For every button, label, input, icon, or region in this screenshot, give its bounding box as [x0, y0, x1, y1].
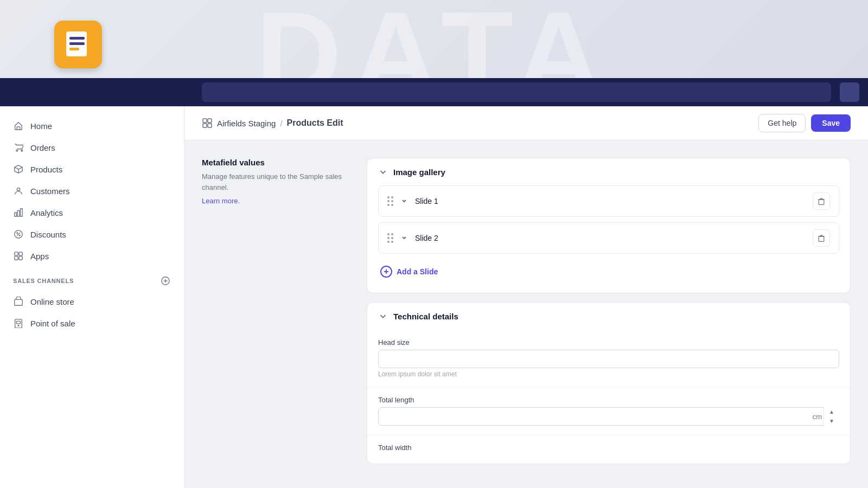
sidebar-item-discounts[interactable]: Discounts — [0, 223, 184, 245]
home-icon — [13, 120, 24, 131]
svg-rect-11 — [21, 209, 23, 216]
svg-rect-23 — [15, 299, 22, 305]
sidebar-item-products-label: Products — [30, 165, 62, 174]
top-nav-avatar[interactable] — [840, 82, 859, 102]
svg-rect-31 — [819, 200, 824, 205]
sidebar-item-discounts-label: Discounts — [30, 230, 66, 239]
svg-rect-10 — [17, 210, 20, 216]
svg-point-25 — [18, 325, 19, 326]
svg-rect-16 — [15, 252, 18, 255]
sidebar-item-online-store[interactable]: Online store — [0, 291, 184, 312]
technical-details-header[interactable]: Technical details — [367, 303, 850, 330]
total-length-spinner: ▲ ▼ — [824, 407, 839, 426]
slide-row: Slide 1 — [378, 185, 839, 217]
discounts-icon — [13, 229, 24, 240]
image-gallery-header[interactable]: Image gallery — [367, 158, 850, 185]
breadcrumb: Airfields Staging / Products Edit — [202, 118, 343, 129]
slide1-expand-button[interactable] — [400, 197, 409, 206]
main-layout: Home Orders Products — [0, 106, 868, 488]
total-length-label: Total length — [378, 396, 839, 404]
image-gallery-card: Image gallery — [367, 158, 851, 293]
sidebar-item-customers-label: Customers — [30, 187, 70, 196]
drag-handle-slide2[interactable] — [387, 233, 393, 243]
sidebar-item-home[interactable]: Home — [0, 115, 184, 137]
slide1-label: Slide 1 — [415, 197, 806, 206]
add-slide-button[interactable]: + Add a Slide — [378, 259, 440, 284]
metafield-title: Metafield values — [202, 158, 354, 167]
svg-rect-32 — [819, 236, 824, 242]
svg-rect-3 — [69, 48, 79, 50]
svg-point-15 — [19, 235, 20, 236]
breadcrumb-separator: / — [280, 119, 282, 128]
svg-rect-2 — [69, 42, 85, 45]
analytics-icon — [13, 207, 24, 218]
app-icon — [54, 21, 102, 68]
metafield-panel: Metafield values Manage features unique … — [202, 158, 354, 464]
svg-rect-30 — [208, 124, 212, 127]
sidebar-item-orders[interactable]: Orders — [0, 137, 184, 158]
total-length-decrement-button[interactable]: ▼ — [824, 416, 839, 426]
page-content: Metafield values Manage features unique … — [184, 140, 868, 481]
total-length-field-group: Total length cm ▲ ▼ — [367, 387, 850, 435]
svg-rect-28 — [208, 119, 212, 123]
total-width-field-group: Total width — [367, 435, 850, 464]
chevron-down-tech-icon — [378, 311, 388, 321]
add-slide-plus-icon: + — [380, 266, 392, 278]
sidebar-item-analytics[interactable]: Analytics — [0, 202, 184, 223]
save-button[interactable]: Save — [811, 114, 851, 132]
head-size-input[interactable] — [378, 350, 839, 368]
total-length-increment-button[interactable]: ▲ — [824, 407, 839, 416]
svg-rect-9 — [15, 213, 17, 216]
svg-rect-1 — [69, 37, 85, 40]
metafield-description: Manage features unique to the Sample sal… — [202, 171, 354, 192]
store-grid-icon — [202, 118, 213, 129]
sidebar-item-orders-label: Orders — [30, 143, 55, 152]
app-logo-svg — [64, 30, 92, 59]
sidebar-item-customers[interactable]: Customers — [0, 180, 184, 202]
sidebar: Home Orders Products — [0, 106, 184, 488]
svg-point-8 — [17, 188, 20, 191]
sidebar-item-online-store-label: Online store — [30, 297, 74, 306]
drag-handle-slide1[interactable] — [387, 196, 393, 206]
technical-details-card: Technical details Head size Lorem ipsum … — [367, 302, 851, 464]
image-gallery-body: Slide 1 — [367, 185, 850, 293]
sidebar-item-analytics-label: Analytics — [30, 208, 63, 217]
slide1-delete-button[interactable] — [813, 192, 830, 210]
content-area: Airfields Staging / Products Edit Get he… — [184, 106, 868, 488]
orders-icon — [13, 142, 24, 153]
breadcrumb-bar: Airfields Staging / Products Edit Get he… — [184, 106, 868, 140]
pos-icon — [13, 318, 24, 329]
total-width-label: Total width — [378, 444, 839, 452]
breadcrumb-actions: Get help Save — [758, 114, 851, 132]
breadcrumb-store: Airfields Staging — [217, 119, 276, 128]
sidebar-item-pos-label: Point of sale — [30, 319, 75, 328]
slide2-delete-button[interactable] — [813, 229, 830, 247]
add-sales-channel-button[interactable] — [160, 275, 171, 286]
svg-rect-19 — [19, 256, 22, 260]
add-slide-label: Add a Slide — [397, 267, 438, 276]
total-length-input-wrapper: cm ▲ ▼ — [378, 407, 839, 426]
svg-rect-18 — [15, 256, 18, 260]
apps-icon — [13, 251, 24, 261]
svg-point-14 — [17, 233, 18, 234]
products-icon — [13, 164, 24, 175]
sidebar-item-point-of-sale[interactable]: Point of sale — [0, 312, 184, 334]
slide2-expand-button[interactable] — [400, 234, 409, 242]
sidebar-item-home-label: Home — [30, 121, 52, 131]
image-gallery-title: Image gallery — [393, 168, 445, 177]
head-size-field-group: Head size Lorem ipsum dolor sit amet — [367, 330, 850, 387]
slide2-label: Slide 2 — [415, 234, 806, 242]
breadcrumb-page: Products Edit — [287, 118, 343, 128]
total-length-input[interactable] — [378, 407, 839, 426]
svg-rect-29 — [203, 124, 207, 127]
head-size-label: Head size — [378, 338, 839, 346]
right-panel: Image gallery — [367, 158, 851, 464]
chevron-down-icon — [378, 167, 388, 177]
get-help-button[interactable]: Get help — [758, 114, 806, 132]
svg-rect-17 — [19, 252, 22, 255]
top-nav — [0, 78, 868, 106]
sidebar-item-products[interactable]: Products — [0, 158, 184, 180]
sidebar-item-apps[interactable]: Apps — [0, 245, 184, 267]
learn-more-link[interactable]: Learn more. — [202, 197, 240, 205]
top-nav-search[interactable] — [202, 82, 831, 102]
